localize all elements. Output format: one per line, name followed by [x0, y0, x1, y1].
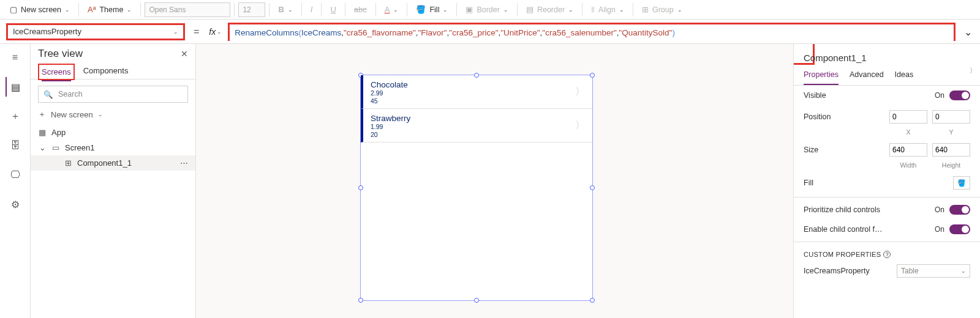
property-selector-value: IceCreamsProperty [13, 27, 81, 36]
chevron-down-icon: ⌄ [65, 7, 70, 13]
separator [269, 3, 270, 17]
underline-button[interactable]: U [325, 2, 341, 17]
strikethrough-button[interactable]: abc [349, 2, 372, 17]
separator [407, 3, 407, 17]
gallery-item[interactable]: Strawberry 1.99 20 〉 [361, 109, 592, 142]
tab-screens-highlight: Screens [38, 64, 75, 80]
top-toolbar: ▢ New screen ⌄ Aª Theme ⌄ B⌄ I U abc A⌄ … [0, 0, 980, 20]
prop-visible: Visible On [794, 86, 980, 105]
control-name: Component1_1 [794, 44, 980, 65]
screen-icon: ▭ [51, 143, 60, 152]
strikethrough-icon: abc [354, 5, 367, 14]
chevron-down-icon: ⌄ [38, 143, 47, 152]
separator [633, 3, 633, 17]
resize-handle[interactable] [474, 298, 479, 303]
tab-advanced[interactable]: Advanced [850, 65, 884, 85]
separator [140, 3, 141, 17]
media-icon[interactable]: 🖵 [6, 165, 25, 185]
chevron-right-icon: 〉 [575, 119, 585, 132]
tab-screens[interactable]: Screens [42, 64, 71, 81]
property-selector[interactable]: IceCreamsProperty ⌄ [6, 23, 185, 40]
font-size-input[interactable] [238, 2, 265, 17]
custom-prop-type[interactable]: Table ⌄ [897, 264, 970, 278]
separator [517, 3, 518, 17]
prop-enable-child-focus: Enable child control f… On [794, 220, 980, 239]
app-icon: ▦ [38, 128, 47, 137]
close-icon[interactable]: ✕ [181, 49, 188, 59]
prop-size: Size [794, 138, 980, 161]
separator [321, 3, 322, 17]
tree-new-screen-button[interactable]: ＋ New screen ⌄ [38, 109, 188, 120]
properties-panel: Component1_1 Properties Advanced Ideas V… [793, 44, 980, 318]
align-icon: ⫴ [591, 5, 595, 15]
more-icon[interactable]: ⋯ [180, 158, 188, 168]
tab-ideas[interactable]: Ideas [895, 65, 914, 85]
reorder-button[interactable]: ▤Reorder⌄ [521, 2, 578, 17]
chevron-down-icon: ⌄ [964, 26, 972, 38]
italic-button[interactable]: I [306, 2, 318, 17]
gallery-title: Strawberry [371, 114, 585, 123]
separator [582, 3, 582, 17]
info-icon[interactable]: ? [883, 251, 891, 258]
custom-props-heading: CUSTOM PROPERTIES ? [794, 245, 980, 261]
border-button[interactable]: ▣Border⌄ [461, 2, 513, 17]
formula-expand-button[interactable]: ⌄ [960, 24, 975, 39]
tree-view-icon[interactable]: ▤ [6, 77, 25, 97]
tree-row-component[interactable]: ⊞ Component1_1 ⋯ [31, 155, 195, 171]
tree-row-app[interactable]: ▦ App [31, 125, 195, 140]
prop-position: Position [794, 105, 980, 128]
chevron-down-icon: ⌄ [961, 268, 966, 274]
resize-handle[interactable] [358, 185, 363, 190]
resize-handle[interactable] [358, 298, 363, 303]
eccf-toggle[interactable] [949, 224, 970, 234]
gallery-item[interactable]: Chocolate 2.99 45 〉 [361, 75, 592, 109]
tools-icon[interactable]: ⚙ [6, 194, 25, 214]
props-tabs: Properties Advanced Ideas [794, 65, 980, 86]
bold-button[interactable]: B⌄ [273, 2, 297, 17]
canvas[interactable]: Chocolate 2.99 45 〉 Strawberry 1.99 20 〉 [196, 44, 793, 318]
component-frame[interactable]: Chocolate 2.99 45 〉 Strawberry 1.99 20 〉 [360, 75, 593, 301]
resize-handle[interactable] [590, 298, 595, 303]
formula-bar[interactable]: RenameColumns(IceCreams,"cra56_flavornam… [228, 23, 956, 41]
divider [794, 197, 980, 198]
formula-row: IceCreamsProperty ⌄ = fx ⌄ RenameColumns… [0, 20, 980, 44]
prop-fill: Fill 🪣 [794, 171, 980, 194]
width-input[interactable] [889, 143, 927, 157]
insert-icon[interactable]: ＋ [6, 106, 25, 126]
visible-toggle[interactable] [949, 91, 970, 100]
align-button[interactable]: ⫴Align⌄ [586, 2, 629, 17]
separator [456, 3, 457, 17]
data-icon[interactable]: 🗄 [6, 136, 25, 155]
theme-button[interactable]: Aª Theme ⌄ [83, 2, 137, 17]
tab-components[interactable]: Components [83, 62, 129, 79]
hamburger-icon[interactable]: ≡ [6, 48, 25, 67]
separator [345, 3, 345, 17]
font-select[interactable] [145, 2, 230, 17]
tree-search[interactable]: 🔍 Search [38, 86, 188, 103]
font-color-button[interactable]: A⌄ [380, 2, 404, 17]
position-x-input[interactable] [889, 110, 927, 124]
layout-icon: ▢ [10, 5, 17, 14]
position-y-input[interactable] [932, 110, 970, 124]
border-icon: ▣ [466, 5, 473, 14]
gallery-price: 2.99 [371, 89, 585, 97]
fx-button[interactable]: fx ⌄ [209, 27, 222, 37]
fill-button[interactable]: 🪣Fill⌄ [411, 2, 453, 17]
height-input[interactable] [932, 143, 970, 157]
group-button[interactable]: ⊞Group⌄ [637, 2, 687, 17]
screen-layout-button[interactable]: ▢ New screen ⌄ [5, 2, 75, 17]
component-icon: ⊞ [64, 158, 72, 168]
pcc-toggle[interactable] [949, 205, 970, 215]
tree-list: ▦ App ⌄ ▭ Screen1 ⊞ Component1_1 ⋯ [31, 125, 195, 318]
new-screen-label: New screen [21, 6, 61, 14]
tree-panel: Tree view ✕ Screens Components 🔍 Search … [31, 44, 196, 318]
fill-swatch[interactable]: 🪣 [953, 176, 970, 190]
chevron-down-icon: ⌄ [217, 29, 222, 35]
gallery-qty: 45 [371, 97, 585, 105]
tab-properties[interactable]: Properties [804, 65, 839, 85]
plus-icon: ＋ [38, 109, 46, 120]
tree-row-screen1[interactable]: ⌄ ▭ Screen1 [31, 140, 195, 155]
resize-handle[interactable] [590, 185, 595, 190]
bold-icon: B [278, 5, 284, 14]
custom-prop-name[interactable]: IceCreamsProperty [804, 267, 870, 275]
